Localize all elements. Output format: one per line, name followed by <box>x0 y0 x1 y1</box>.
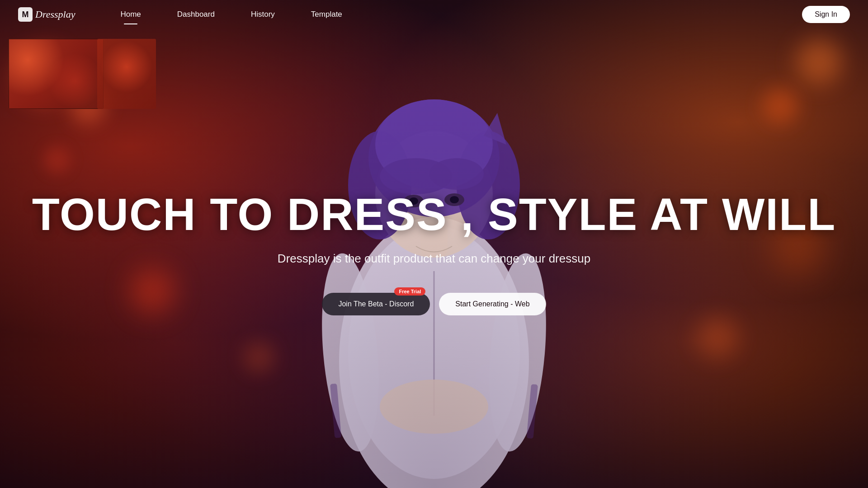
nav-links: Home Dashboard History Template <box>102 0 802 29</box>
hero-title: TOUCH TO DRESS , STYLE AT WILL <box>32 191 836 238</box>
hero-buttons: Free Trial Join The Beta - Discord Start… <box>322 293 546 315</box>
nav-item-home[interactable]: Home <box>102 0 159 29</box>
discord-beta-button[interactable]: Free Trial Join The Beta - Discord <box>322 293 430 315</box>
hero-content: TOUCH TO DRESS , STYLE AT WILL Dressplay… <box>0 0 868 488</box>
free-trial-badge: Free Trial <box>394 287 425 296</box>
logo-icon: M <box>18 7 33 22</box>
nav-item-history[interactable]: History <box>233 0 293 29</box>
hero-subtitle: Dressplay is the outfit product that can… <box>278 252 590 266</box>
logo[interactable]: M Dressplay <box>18 7 75 22</box>
sign-in-button[interactable]: Sign In <box>802 6 850 23</box>
logo-text: Dressplay <box>35 9 75 20</box>
nav-item-dashboard[interactable]: Dashboard <box>159 0 233 29</box>
navbar: M Dressplay Home Dashboard History Templ… <box>0 0 868 29</box>
nav-item-template[interactable]: Template <box>293 0 360 29</box>
start-generating-button[interactable]: Start Generating - Web <box>439 293 546 315</box>
